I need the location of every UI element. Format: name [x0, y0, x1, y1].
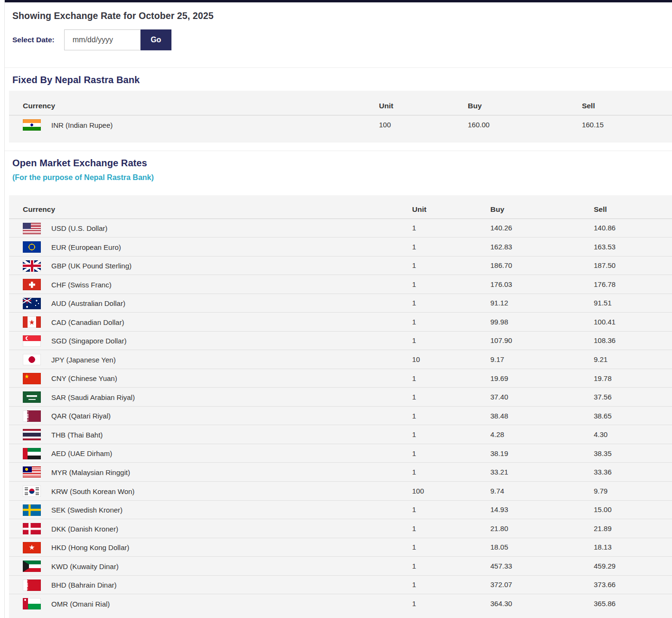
unit-cell: 1: [412, 444, 491, 463]
sell-cell: 163.53: [594, 238, 672, 257]
flag-dkk-icon: [23, 523, 41, 534]
date-section: Showing Exchange Rate for October 25, 20…: [5, 2, 672, 67]
buy-cell: 9.17: [491, 350, 594, 369]
currency-label: KRW (South Korean Won): [51, 487, 134, 495]
sell-column-header: Sell: [594, 199, 672, 219]
go-button[interactable]: Go: [141, 29, 171, 50]
table-row: AED (UAE Dirham)138.1938.35: [9, 444, 672, 463]
buy-column-header: Buy: [491, 199, 594, 219]
open-market-table-container: Currency Unit Buy Sell USD (U.S. Dollar)…: [9, 195, 672, 618]
currency-label: DKK (Danish Kroner): [51, 525, 118, 533]
currency-cell: MYR (Malaysian Ringgit): [9, 463, 412, 482]
flag-cny-icon: [23, 373, 41, 384]
table-row: GBP (UK Pound Sterling)1186.70187.50: [9, 256, 672, 275]
currency-label: CHF (Swiss Franc): [51, 281, 112, 289]
fixed-rates-table-container: Currency Unit Buy Sell INR (Indian Rupee…: [9, 91, 672, 143]
buy-cell: 160.00: [468, 115, 582, 134]
sell-cell: 160.15: [582, 115, 672, 134]
sell-column-header: Sell: [582, 95, 672, 115]
currency-label: QAR (Qatari Riyal): [51, 412, 111, 420]
table-row: SEK (Swedish Kroner)114.9315.00: [9, 500, 672, 519]
unit-cell: 1: [412, 219, 491, 238]
date-input[interactable]: [64, 29, 141, 50]
currency-cell: DKK (Danish Kroner): [9, 519, 412, 538]
unit-cell: 1: [412, 275, 491, 294]
sell-cell: 187.50: [594, 256, 672, 275]
table-row: HKD (Hong Kong Dollar)118.0518.13: [9, 538, 672, 557]
buy-cell: 21.80: [491, 519, 594, 538]
currency-cell: BHD (Bahrain Dinar): [9, 575, 412, 594]
sell-cell: 18.13: [594, 538, 672, 557]
buy-cell: 33.21: [491, 463, 594, 482]
note-text: Note: Under the present system the open …: [9, 613, 672, 618]
table-row: JPY (Japanese Yen)109.179.21: [9, 350, 672, 369]
unit-cell: 1: [412, 406, 491, 425]
sell-cell: 108.36: [594, 331, 672, 350]
currency-cell: QAR (Qatari Riyal): [9, 406, 412, 425]
sell-cell: 365.86: [594, 594, 672, 613]
currency-cell: EUR (European Euro): [9, 238, 412, 257]
buy-cell: 364.30: [491, 594, 594, 613]
currency-label: AUD (Australian Dollar): [51, 299, 125, 307]
flag-myr-icon: [23, 466, 41, 478]
flag-sek-icon: [23, 504, 41, 516]
currency-column-header: Currency: [9, 95, 379, 115]
table-row: USD (U.S. Dollar)1140.26140.86: [9, 219, 672, 238]
open-market-heading: Open Market Exchange Rates: [5, 151, 672, 169]
buy-cell: 140.26: [491, 219, 594, 238]
table-row: CNY (Chinese Yuan)119.6919.78: [9, 369, 672, 388]
table-row: EUR (European Euro)1162.83163.53: [9, 238, 672, 257]
sell-cell: 37.56: [594, 388, 672, 407]
unit-cell: 1: [412, 331, 491, 350]
flag-aud-icon: [23, 298, 41, 309]
currency-cell: THB (Thai Baht): [9, 425, 412, 444]
currency-cell: HKD (Hong Kong Dollar): [9, 538, 412, 557]
page-title: Showing Exchange Rate for October 25, 20…: [12, 10, 672, 21]
sell-cell: 19.78: [594, 369, 672, 388]
sell-cell: 21.89: [594, 519, 672, 538]
fixed-section: Fixed By Nepal Rastra Bank Currency Unit…: [5, 68, 672, 143]
currency-label: SGD (Singapore Dollar): [51, 337, 126, 345]
flag-hkd-icon: [23, 542, 41, 553]
currency-cell: SEK (Swedish Kroner): [9, 500, 412, 519]
sell-cell: 33.36: [594, 463, 672, 482]
unit-cell: 10: [412, 350, 491, 369]
buy-cell: 38.19: [491, 444, 594, 463]
currency-cell: SGD (Singapore Dollar): [9, 331, 412, 350]
select-date-label: Select Date:: [12, 36, 55, 44]
sell-cell: 15.00: [594, 500, 672, 519]
unit-column-header: Unit: [412, 199, 491, 219]
table-row: MYR (Malaysian Ringgit)133.2133.36: [9, 463, 672, 482]
buy-column-header: Buy: [468, 95, 582, 115]
flag-gbp-icon: [23, 260, 41, 272]
sell-cell: 459.29: [594, 557, 672, 576]
sell-cell: 373.66: [594, 575, 672, 594]
currency-label: EUR (European Euro): [51, 243, 121, 251]
sell-cell: 9.21: [594, 350, 672, 369]
flag-cad-icon: [23, 316, 41, 328]
currency-label: CAD (Canadian Dollar): [51, 318, 124, 326]
flag-sar-icon: [23, 391, 41, 403]
currency-column-header: Currency: [9, 199, 412, 219]
buy-cell: 186.70: [491, 256, 594, 275]
table-row: SAR (Saudi Arabian Riyal)137.4037.56: [9, 388, 672, 407]
buy-cell: 162.83: [491, 238, 594, 257]
sell-cell: 91.51: [594, 294, 672, 313]
currency-label: SEK (Swedish Kroner): [51, 506, 123, 514]
flag-kwd-icon: [23, 561, 41, 572]
table-row: CAD (Canadian Dollar)199.98100.41: [9, 313, 672, 332]
page-container: Showing Exchange Rate for October 25, 20…: [4, 0, 672, 618]
unit-cell: 1: [412, 594, 491, 613]
currency-cell: OMR (Omani Rial): [9, 594, 412, 613]
buy-cell: 14.93: [491, 500, 594, 519]
table-row: SGD (Singapore Dollar)1107.90108.36: [9, 331, 672, 350]
sell-cell: 38.65: [594, 406, 672, 425]
flag-sgd-icon: [23, 335, 41, 347]
unit-cell: 1: [412, 238, 491, 257]
table-row: CHF (Swiss Franc)1176.03176.78: [9, 275, 672, 294]
flag-chf-icon: [23, 279, 41, 290]
currency-label: USD (U.S. Dollar): [51, 224, 107, 232]
buy-cell: 37.40: [491, 388, 594, 407]
buy-cell: 176.03: [491, 275, 594, 294]
table-row: KRW (South Korean Won)1009.749.79: [9, 481, 672, 500]
